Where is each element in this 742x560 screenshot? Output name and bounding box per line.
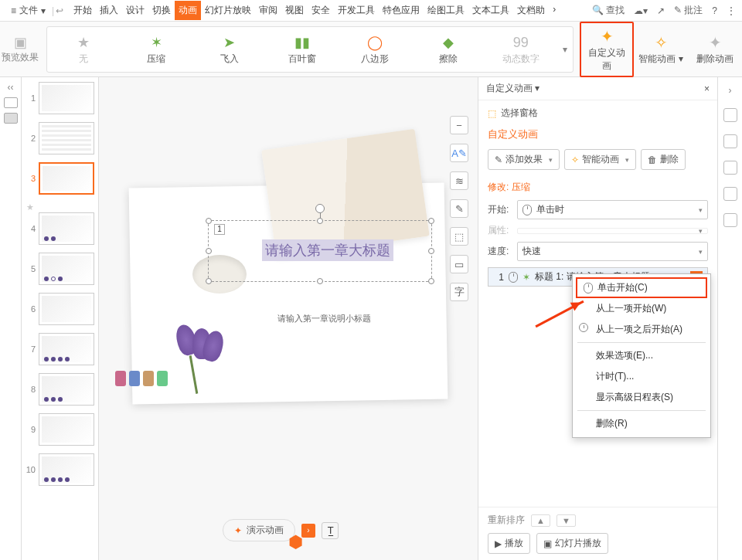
thumbnail-4[interactable]: 4	[25, 212, 95, 245]
thumbnail-10[interactable]: 10	[25, 453, 95, 486]
slide-title[interactable]: 请输入第一章大标题	[262, 239, 393, 261]
slide-thumbnails: 1 2 3 ★ 4 5 6 7 8 9 10	[22, 77, 99, 560]
play-button[interactable]: ▶ 播放	[488, 533, 530, 554]
thumbnail-3[interactable]: 3	[25, 162, 95, 195]
rail-tool-1[interactable]	[723, 108, 737, 122]
thumbnail-1[interactable]: 1	[25, 82, 95, 114]
resize-handle[interactable]	[428, 278, 434, 284]
rail-collapse-icon[interactable]: ›	[729, 85, 732, 96]
tab-security[interactable]: 安全	[308, 1, 334, 20]
resize-handle[interactable]	[317, 218, 323, 224]
resize-handle[interactable]	[206, 248, 212, 254]
menu-with-previous[interactable]: 从上一项开始(W)	[573, 298, 710, 319]
text-tool-icon[interactable]: A✎	[450, 144, 468, 162]
tab-review[interactable]: 审阅	[255, 1, 281, 20]
anim-none[interactable]: ★无	[47, 29, 120, 69]
tab-dochelp[interactable]: 文档助	[513, 1, 549, 20]
anim-flyin[interactable]: ➤飞入	[193, 29, 266, 69]
slide[interactable]: 1 请输入第一章大标题 请输入第一章说明小标题	[129, 182, 448, 404]
demo-animation-button[interactable]: ✦ 演示动画	[223, 519, 295, 541]
tab-slideshow[interactable]: 幻灯片放映	[201, 1, 255, 20]
tab-view[interactable]: 视图	[281, 1, 308, 20]
close-panel-icon[interactable]: ×	[704, 83, 710, 94]
rail-tool-4[interactable]	[723, 187, 737, 201]
tab-animation[interactable]: 动画	[175, 1, 201, 20]
move-down-button[interactable]: ▼	[556, 514, 576, 527]
help-icon[interactable]: ?	[712, 5, 717, 16]
anim-numbers[interactable]: 99动态数字	[485, 29, 557, 69]
next-icon[interactable]: ›	[301, 524, 315, 538]
flyin-icon: ➤	[196, 32, 263, 53]
shape-icon[interactable]: ▭	[450, 255, 468, 273]
rotate-handle[interactable]	[315, 204, 325, 213]
tab-devtools[interactable]: 开发工具	[334, 1, 379, 20]
rail-tool-2[interactable]	[723, 134, 737, 148]
tab-text[interactable]: 文本工具	[468, 1, 513, 20]
thumbnail-8[interactable]: 8	[25, 373, 95, 406]
tab-draw[interactable]: 绘图工具	[424, 1, 468, 20]
delete-animation-button[interactable]: ✦ 删除动画	[688, 29, 742, 69]
text-format-icon[interactable]: T̲	[322, 522, 339, 539]
rail-tool-5[interactable]	[723, 213, 737, 227]
rail-tool-3[interactable]	[723, 161, 737, 175]
file-menu[interactable]: ≡ 文件 ▾	[6, 2, 50, 19]
pen-icon[interactable]: ✎	[450, 199, 468, 218]
menu-after-previous[interactable]: 从上一项之后开始(A)	[573, 319, 710, 340]
search-button[interactable]: 🔍 查找	[592, 4, 625, 17]
slideshow-button[interactable]: ▣ 幻灯片播放	[536, 533, 608, 554]
resize-handle[interactable]	[317, 278, 323, 284]
anim-blinds[interactable]: ▮▮百叶窗	[266, 29, 339, 69]
tab-design[interactable]: 设计	[122, 1, 148, 20]
resize-handle[interactable]	[206, 278, 212, 284]
start-dropdown[interactable]: 单击时	[517, 200, 708, 219]
menu-advanced-timeline[interactable]: 显示高级日程表(S)	[573, 387, 710, 408]
thumbnail-2[interactable]: 2	[25, 122, 95, 154]
resize-handle[interactable]	[428, 218, 434, 224]
thumbnail-9[interactable]: 9	[25, 413, 95, 446]
cloud-icon[interactable]: ☁▾	[634, 5, 648, 16]
add-effect-button[interactable]: ✎ 添加效果	[488, 149, 560, 170]
tab-special[interactable]: 特色应用	[379, 1, 424, 20]
smart-animation-button[interactable]: ✧ 智能动画 ▾	[634, 29, 688, 69]
preview-button[interactable]: ▣ 预览效果	[0, 34, 40, 64]
thumbnail-6[interactable]: 6	[25, 293, 95, 325]
more-icon[interactable]: ⋮	[727, 5, 736, 16]
smart-anim-panel-button[interactable]: ✧ 智能动画	[564, 149, 636, 170]
collapse-icon[interactable]: ‹‹	[0, 82, 21, 93]
menu-timing[interactable]: 计时(T)...	[573, 366, 710, 387]
mouse-icon	[522, 205, 532, 216]
resize-handle[interactable]	[428, 248, 434, 254]
custom-animation-button[interactable]: ✦ 自定义动画	[580, 22, 634, 77]
menu-effect-options[interactable]: 效果选项(E)...	[573, 345, 710, 366]
slide-subtitle[interactable]: 请输入第一章说明小标题	[277, 313, 371, 324]
image-icon[interactable]: ⬚	[450, 227, 468, 246]
tab-transition[interactable]: 切换	[148, 1, 175, 20]
anim-number-tag[interactable]: 1	[214, 224, 225, 235]
gallery-more[interactable]: ▾	[557, 44, 573, 55]
select-pane-button[interactable]: ⬚ 选择窗格	[488, 107, 708, 120]
speed-dropdown[interactable]: 快速	[517, 242, 708, 261]
move-up-button[interactable]: ▲	[531, 514, 550, 527]
anim-octagon[interactable]: ◯八边形	[339, 29, 411, 69]
cube-icon[interactable]: ⬢	[288, 532, 303, 552]
slide-view-icon[interactable]	[4, 113, 18, 124]
tab-overflow[interactable]: ›	[549, 1, 560, 20]
zoom-out-icon[interactable]: −	[450, 116, 468, 134]
tab-insert[interactable]: 插入	[96, 1, 122, 20]
thumbnail-5[interactable]: 5	[25, 253, 95, 285]
menu-click-start[interactable]: 单击开始(C)	[576, 277, 707, 298]
tab-start[interactable]: 开始	[70, 1, 96, 20]
annotate-button[interactable]: ✎ 批注	[674, 4, 703, 17]
share-icon[interactable]: ↗	[657, 5, 665, 16]
char-icon[interactable]: 字	[450, 283, 468, 301]
thumbnail-7[interactable]: 7	[25, 333, 95, 365]
delete-effect-button[interactable]: 🗑 删除	[641, 149, 686, 170]
outline-view-icon[interactable]	[4, 97, 18, 108]
resize-handle[interactable]	[206, 218, 212, 224]
flowers-image	[162, 324, 231, 394]
undo-icon[interactable]: ↩	[56, 5, 63, 16]
layers-icon[interactable]: ≋	[450, 171, 468, 190]
anim-compress[interactable]: ✶压缩	[120, 29, 192, 69]
anim-wipe[interactable]: ◆擦除	[411, 29, 484, 69]
menu-delete[interactable]: 删除(R)	[573, 413, 710, 434]
